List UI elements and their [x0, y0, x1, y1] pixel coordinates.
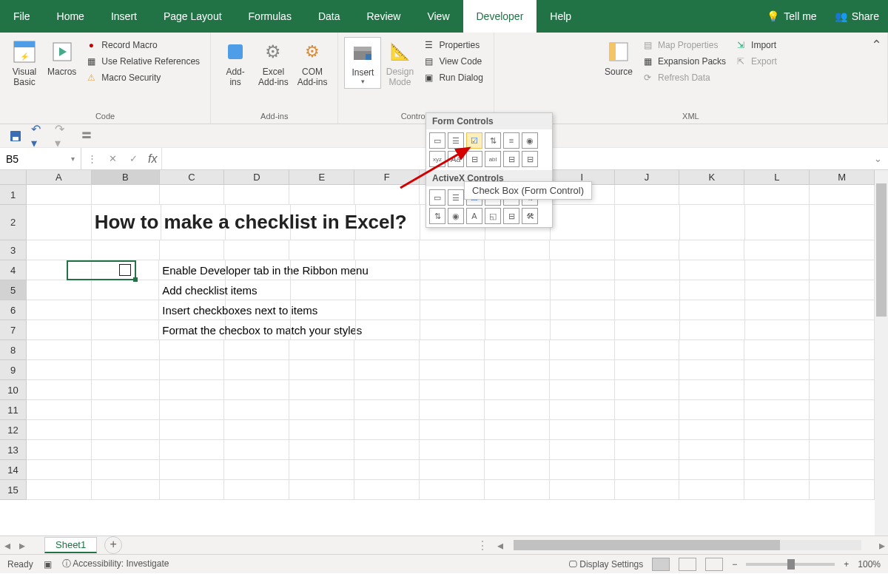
row-header-2[interactable]: 2: [0, 205, 27, 240]
cell-B14[interactable]: [92, 460, 160, 480]
cell-I2[interactable]: [551, 205, 616, 240]
cell-A7[interactable]: [27, 320, 92, 340]
cell-B6[interactable]: [92, 300, 160, 320]
cell-C6[interactable]: Insert checkboxes next to items: [159, 300, 226, 320]
cell-F5[interactable]: [356, 280, 421, 300]
cell-M14[interactable]: [810, 460, 875, 480]
horizontal-scroll-thumb[interactable]: [514, 540, 780, 550]
cell-M13[interactable]: [810, 440, 875, 460]
cell-K13[interactable]: [679, 440, 744, 460]
row-header-6[interactable]: 6: [0, 300, 27, 320]
cell-J7[interactable]: [615, 320, 680, 340]
cell-L9[interactable]: [744, 360, 810, 380]
cell-K5[interactable]: [680, 280, 745, 300]
cell-M5[interactable]: [810, 280, 875, 300]
row-header-1[interactable]: 1: [0, 185, 27, 205]
cell-K14[interactable]: [679, 460, 744, 480]
cell-L8[interactable]: [744, 340, 810, 360]
cell-M3[interactable]: [810, 240, 875, 260]
cell-I14[interactable]: [550, 460, 615, 480]
cell-A1[interactable]: [27, 185, 92, 205]
cell-F11[interactable]: [354, 400, 420, 420]
cell-C3[interactable]: [160, 240, 225, 260]
excel-addins-button[interactable]: ⚙Excel Add-ins: [254, 37, 293, 90]
cell-B2[interactable]: How to make a checklist in Excel?: [92, 205, 161, 240]
activex-label-control[interactable]: A: [466, 208, 482, 224]
cell-A15[interactable]: [27, 480, 92, 500]
row-header-5[interactable]: 5: [0, 280, 27, 300]
row-headers[interactable]: 123456789101112131415: [0, 185, 27, 500]
cell-D4[interactable]: [226, 260, 291, 280]
cell-E4[interactable]: [291, 260, 356, 280]
cell-G5[interactable]: [420, 280, 485, 300]
zoom-out-button[interactable]: −: [732, 559, 737, 570]
cell-D13[interactable]: [224, 440, 289, 460]
cell-D11[interactable]: [224, 400, 289, 420]
cell-B15[interactable]: [92, 480, 160, 500]
cell-E6[interactable]: [291, 300, 356, 320]
cell-J6[interactable]: [615, 300, 680, 320]
cell-I6[interactable]: [551, 300, 616, 320]
cell-F13[interactable]: [354, 440, 420, 460]
cell-I15[interactable]: [550, 480, 615, 500]
cell-K10[interactable]: [679, 380, 744, 400]
tab-review[interactable]: Review: [354, 0, 414, 33]
cell-J10[interactable]: [615, 380, 680, 400]
cell-M15[interactable]: [810, 480, 875, 500]
cell-G8[interactable]: [420, 340, 485, 360]
cell-D9[interactable]: [224, 360, 289, 380]
cell-E15[interactable]: [289, 480, 354, 500]
cell-A11[interactable]: [27, 400, 92, 420]
sheet-nav-next[interactable]: ▸: [15, 538, 30, 552]
form-listbox-control[interactable]: ≡: [503, 132, 519, 149]
cell-H11[interactable]: [485, 400, 550, 420]
cell-M8[interactable]: [810, 340, 875, 360]
cell-F10[interactable]: [354, 380, 420, 400]
cell-D15[interactable]: [224, 480, 289, 500]
col-header-A[interactable]: A: [27, 170, 92, 185]
cell-G6[interactable]: [420, 300, 485, 320]
cell-J11[interactable]: [615, 400, 680, 420]
form-combobox-control[interactable]: ☰: [448, 132, 464, 149]
cell-L4[interactable]: [745, 260, 810, 280]
cell-D1[interactable]: [224, 185, 289, 205]
cell-E7[interactable]: [291, 320, 356, 340]
col-header-F[interactable]: F: [354, 170, 420, 185]
horizontal-scrollbar[interactable]: [514, 540, 861, 550]
cell-E3[interactable]: [289, 240, 354, 260]
properties-button[interactable]: ☰Properties: [418, 37, 487, 53]
cell-C10[interactable]: [160, 380, 225, 400]
cell-E14[interactable]: [289, 460, 354, 480]
cell-G4[interactable]: [420, 260, 485, 280]
cell-M9[interactable]: [810, 360, 875, 380]
zoom-level[interactable]: 100%: [858, 559, 881, 570]
cell-B12[interactable]: [92, 420, 160, 440]
col-header-D[interactable]: D: [224, 170, 289, 185]
cell-A4[interactable]: [27, 260, 92, 280]
activex-more-controls[interactable]: 🛠: [522, 208, 538, 224]
cell-A3[interactable]: [27, 240, 92, 260]
col-header-J[interactable]: J: [615, 170, 680, 185]
activex-combobox-control[interactable]: ☰: [448, 189, 464, 206]
select-all-button[interactable]: [0, 170, 27, 185]
cell-L3[interactable]: [744, 240, 810, 260]
row-header-7[interactable]: 7: [0, 320, 27, 340]
cell-J9[interactable]: [615, 360, 680, 380]
row-header-14[interactable]: 14: [0, 460, 27, 480]
cell-L7[interactable]: [745, 320, 810, 340]
cell-B3[interactable]: [92, 240, 160, 260]
cell-H5[interactable]: [485, 280, 551, 300]
name-box[interactable]: B5▾: [0, 148, 81, 169]
cell-H8[interactable]: [485, 340, 550, 360]
cell-M4[interactable]: [810, 260, 875, 280]
page-break-view-button[interactable]: [705, 558, 723, 571]
cell-C15[interactable]: [160, 480, 225, 500]
cell-G3[interactable]: [420, 240, 485, 260]
addins-button[interactable]: Add- ins: [217, 37, 254, 90]
cell-D10[interactable]: [224, 380, 289, 400]
cell-F3[interactable]: [354, 240, 420, 260]
cell-E8[interactable]: [289, 340, 354, 360]
col-header-L[interactable]: L: [744, 170, 810, 185]
cell-L10[interactable]: [744, 380, 810, 400]
cell-G12[interactable]: [420, 420, 485, 440]
